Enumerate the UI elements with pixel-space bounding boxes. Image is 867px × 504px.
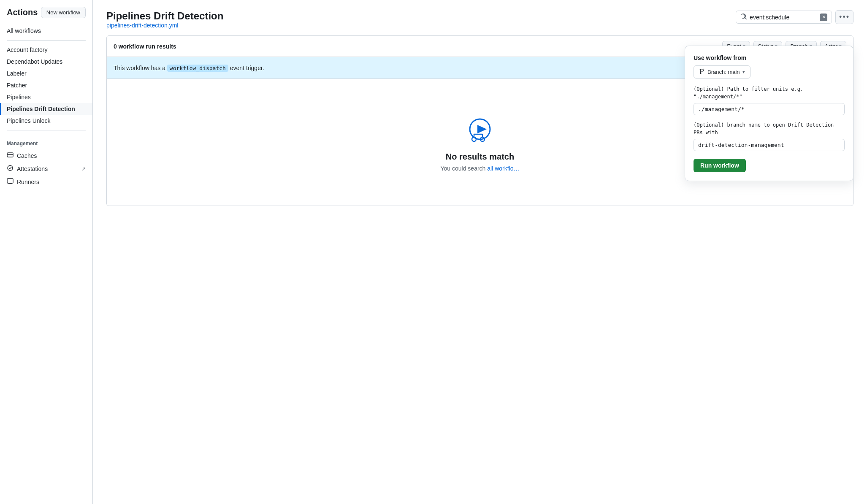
sidebar-item-account-factory[interactable]: Account factory bbox=[0, 44, 92, 56]
branch-select-button[interactable]: Branch: main ▾ bbox=[694, 65, 750, 79]
empty-state-subtitle: You could search all workflo… bbox=[440, 165, 519, 172]
popup-field2-label: (Optional) branch name to open Drift Det… bbox=[694, 121, 845, 136]
play-icon-wrapper bbox=[463, 113, 497, 147]
sidebar-item-patcher[interactable]: Patcher bbox=[0, 79, 92, 91]
trigger-code: workflow_dispatch bbox=[167, 65, 228, 72]
branch-select-caret-icon: ▾ bbox=[742, 69, 745, 75]
cache-icon bbox=[7, 152, 14, 160]
runners-label: Runners bbox=[17, 179, 39, 185]
sidebar: Actions New workflow All workflows Accou… bbox=[0, 0, 93, 504]
sidebar-item-runners[interactable]: Runners bbox=[0, 175, 92, 188]
all-workflows-link[interactable]: all workflo… bbox=[487, 165, 519, 172]
sidebar-header: Actions New workflow bbox=[0, 7, 92, 25]
sidebar-divider-1 bbox=[7, 40, 86, 41]
search-icon bbox=[740, 13, 747, 21]
new-workflow-button[interactable]: New workflow bbox=[41, 7, 86, 18]
sidebar-title: Actions bbox=[7, 8, 38, 17]
page-title: Pipelines Drift Detection bbox=[106, 10, 223, 22]
svg-rect-0 bbox=[7, 153, 13, 157]
more-options-button[interactable]: ••• bbox=[835, 10, 853, 24]
workflow-file-link[interactable]: pipelines-drift-detection.yml bbox=[106, 22, 178, 29]
main-header: Pipelines Drift Detection pipelines-drif… bbox=[106, 10, 853, 29]
caches-label: Caches bbox=[17, 152, 37, 159]
popup-field2-input[interactable] bbox=[694, 139, 845, 151]
play-illustration-icon bbox=[463, 113, 497, 147]
clear-search-button[interactable]: ✕ bbox=[820, 14, 827, 21]
sidebar-item-caches[interactable]: Caches bbox=[0, 149, 92, 162]
search-box: ✕ bbox=[736, 11, 832, 24]
popup-field1-label: (Optional) Path to filter units e.g. "./… bbox=[694, 85, 845, 100]
attestation-icon bbox=[7, 165, 14, 173]
branch-select-label: Branch: main bbox=[707, 69, 740, 75]
search-input[interactable] bbox=[750, 14, 817, 21]
branch-icon bbox=[699, 68, 705, 76]
svg-rect-3 bbox=[7, 179, 13, 183]
trigger-text: This workflow has a workflow_dispatch ev… bbox=[114, 65, 264, 71]
runners-icon bbox=[7, 178, 14, 186]
sidebar-item-pipelines-unlock[interactable]: Pipelines Unlock bbox=[0, 115, 92, 127]
svg-marker-7 bbox=[477, 125, 487, 133]
external-link-icon: ↗ bbox=[81, 166, 86, 172]
title-group: Pipelines Drift Detection pipelines-drif… bbox=[106, 10, 223, 29]
popup-field1-input[interactable] bbox=[694, 103, 845, 115]
management-section-title: Management bbox=[0, 134, 92, 149]
sidebar-item-dependabot-updates[interactable]: Dependabot Updates bbox=[0, 56, 92, 68]
main-content: Pipelines Drift Detection pipelines-drif… bbox=[93, 0, 867, 504]
empty-state-title: No results match bbox=[446, 152, 514, 162]
sidebar-item-pipelines-drift-detection[interactable]: Pipelines Drift Detection bbox=[0, 103, 92, 115]
sidebar-divider-2 bbox=[7, 130, 86, 130]
search-area: ✕ ••• bbox=[736, 10, 853, 24]
sidebar-item-pipelines[interactable]: Pipelines bbox=[0, 91, 92, 103]
popup-title: Use workflow from bbox=[694, 54, 845, 61]
attestations-label: Attestations bbox=[17, 165, 48, 172]
sidebar-item-all-workflows[interactable]: All workflows bbox=[0, 25, 92, 37]
results-count: 0 workflow run results bbox=[114, 43, 176, 50]
run-workflow-popup: Use workflow from Branch: main ▾ (Option… bbox=[685, 46, 853, 181]
sidebar-item-attestations[interactable]: Attestations ↗ bbox=[0, 162, 92, 175]
popup-run-workflow-button[interactable]: Run workflow bbox=[694, 159, 746, 172]
sidebar-item-labeler[interactable]: Labeler bbox=[0, 68, 92, 79]
